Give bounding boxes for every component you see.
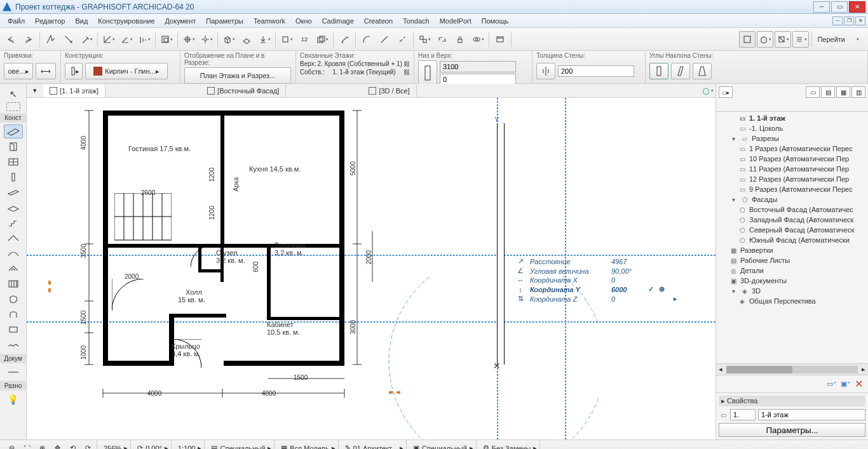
- slab-tool[interactable]: [4, 201, 23, 215]
- tree-basement[interactable]: ▭-1. Цоколь: [717, 123, 867, 133]
- gravity-button[interactable]: [256, 31, 273, 48]
- tree-details[interactable]: ◎Детали: [717, 265, 867, 276]
- new-view-button[interactable]: ▭⁺: [827, 380, 837, 388]
- navigator-tree[interactable]: ▭1. 1-й этаж ▭-1. Цоколь ▾▱Разрезы ▭1 Ра…: [716, 112, 868, 363]
- shell-tool[interactable]: [4, 246, 23, 260]
- tree-sheets[interactable]: ▤Рабочие Листы: [717, 255, 867, 265]
- zoom-next-button[interactable]: ⟳: [81, 442, 94, 450]
- menu-design[interactable]: Конструирование: [93, 16, 159, 26]
- zoom-value[interactable]: 256%: [104, 445, 121, 450]
- tree-section-10[interactable]: ▭10 Разрез (Автоматически Пер: [717, 154, 867, 164]
- window-button[interactable]: [492, 31, 508, 48]
- menu-options[interactable]: Параметры: [201, 16, 248, 26]
- snap-button[interactable]: [198, 31, 215, 48]
- height-top-input[interactable]: [440, 61, 516, 72]
- arc-button[interactable]: [358, 31, 375, 48]
- suspend-button[interactable]: [278, 31, 295, 48]
- floor-top-link-icon[interactable]: ⛓: [403, 60, 410, 67]
- tracker-y-value[interactable]: 6000: [611, 286, 643, 293]
- lamp-tool[interactable]: 💡: [4, 392, 23, 406]
- child-restore-button[interactable]: ❐: [844, 17, 854, 25]
- menu-window[interactable]: Окно: [290, 16, 317, 26]
- props-header[interactable]: Свойства: [727, 397, 757, 405]
- check-icon[interactable]: ✓: [648, 285, 654, 293]
- menu-file[interactable]: Файл: [3, 16, 30, 26]
- snap-dir-button[interactable]: ⟷: [36, 63, 56, 79]
- skylight-tool[interactable]: [4, 262, 23, 276]
- ruler-button[interactable]: [100, 31, 117, 48]
- tab-options-button[interactable]: [699, 83, 715, 99]
- nav-layout-button[interactable]: ▦: [836, 86, 850, 98]
- tree-facade-north[interactable]: ⬠Северный Фасад (Автоматическ: [717, 225, 867, 235]
- expand-icon[interactable]: ▸: [674, 295, 677, 303]
- child-minimize-button[interactable]: ─: [832, 17, 843, 25]
- angle-value[interactable]: 0,00°: [146, 445, 162, 450]
- height-icon-button[interactable]: [418, 60, 437, 86]
- nav-view-button[interactable]: ▤: [821, 86, 835, 98]
- stair-tool[interactable]: [4, 216, 23, 230]
- snap-button[interactable]: ове...▸: [4, 63, 33, 79]
- link-button[interactable]: [434, 31, 451, 48]
- column-tool[interactable]: [4, 170, 23, 184]
- props-name-input[interactable]: [758, 409, 865, 420]
- tree-section-11[interactable]: ▭11 Разрез (Автоматически Пер: [717, 164, 867, 174]
- tree-sections[interactable]: ▾▱Разрезы: [717, 133, 867, 144]
- renovation-value[interactable]: Без Замены: [492, 445, 531, 450]
- zone-tool[interactable]: [4, 323, 23, 337]
- marquee-tool[interactable]: [6, 102, 20, 111]
- view-2d-button[interactable]: [739, 31, 756, 48]
- zoom-pan-button[interactable]: ✥: [51, 442, 64, 450]
- cat-more[interactable]: Разно: [0, 381, 26, 391]
- menu-teamwork[interactable]: Teamwork: [248, 16, 290, 26]
- tree-3d-docs[interactable]: ▣3D-документы: [717, 276, 867, 286]
- menu-edit[interactable]: Редактор: [30, 16, 70, 26]
- material-dropdown[interactable]: Кирпич - Глин...▸: [85, 63, 168, 79]
- navigator-scrollbar[interactable]: ◂▸: [716, 363, 868, 375]
- floor-own-link-icon[interactable]: ⛓: [403, 69, 410, 76]
- line-tool[interactable]: [4, 365, 23, 379]
- menu-view[interactable]: Вид: [70, 16, 93, 26]
- maximize-button[interactable]: ▭: [831, 1, 848, 13]
- layer-combo-value[interactable]: Специальный: [220, 445, 265, 450]
- goto-dropdown[interactable]: [849, 31, 865, 48]
- number-button[interactable]: 12: [296, 31, 313, 48]
- tab-east-facade[interactable]: [Восточный Фасад]: [201, 84, 286, 97]
- tree-floor1[interactable]: ▭1. 1-й этаж: [717, 113, 867, 123]
- tree-3d[interactable]: ▾◈3D: [717, 286, 867, 296]
- window-tool[interactable]: [4, 155, 23, 169]
- rotate-icon[interactable]: ⟳: [137, 444, 143, 449]
- tree-section-9[interactable]: ▭9 Разрез (Автоматически Перес: [717, 184, 867, 194]
- drawing-canvas[interactable]: Y ✕: [27, 98, 715, 439]
- tree-unfolds[interactable]: ▦Развертки: [717, 245, 867, 255]
- cube-button[interactable]: [220, 31, 237, 48]
- wall-vertical-button[interactable]: [649, 63, 668, 79]
- view-3d-button[interactable]: [757, 31, 773, 48]
- curtain-wall-tool[interactable]: [4, 277, 23, 291]
- lock-button[interactable]: [452, 31, 468, 48]
- wall-double-slant-button[interactable]: [693, 63, 712, 79]
- delete-button[interactable]: ✕: [855, 378, 863, 390]
- mvo-value[interactable]: Специальный: [422, 445, 467, 450]
- pick-button[interactable]: [43, 31, 59, 48]
- child-close-button[interactable]: ✕: [855, 17, 865, 25]
- inject-button[interactable]: [60, 31, 77, 48]
- menu-help[interactable]: Помощь: [477, 16, 514, 26]
- menu-tondach[interactable]: Tondach: [398, 16, 435, 26]
- undo-button[interactable]: [3, 31, 19, 48]
- zoom-prev-button[interactable]: ⟲: [66, 442, 79, 450]
- goto-label[interactable]: Перейти: [815, 36, 848, 43]
- new-folder-button[interactable]: ▣⁺: [841, 380, 851, 388]
- tree-facade-west[interactable]: ⬠Западный Фасад (Автоматическ: [717, 215, 867, 225]
- tab-expand-button[interactable]: ▾: [27, 83, 43, 99]
- wall-slanted-button[interactable]: [671, 63, 690, 79]
- morph-tool[interactable]: [4, 292, 23, 306]
- group-button[interactable]: [416, 31, 433, 48]
- door-tool[interactable]: [4, 140, 23, 154]
- grid-button[interactable]: [180, 31, 197, 48]
- wall-ref-button[interactable]: ▸: [65, 63, 83, 79]
- thickness-input[interactable]: [558, 65, 634, 77]
- tree-perspective[interactable]: ◈Общая Перспектива: [717, 296, 867, 306]
- scale-value[interactable]: 1:100: [178, 445, 196, 450]
- menu-cadimage[interactable]: Cadimage: [317, 16, 359, 26]
- view-section-button[interactable]: [775, 31, 791, 48]
